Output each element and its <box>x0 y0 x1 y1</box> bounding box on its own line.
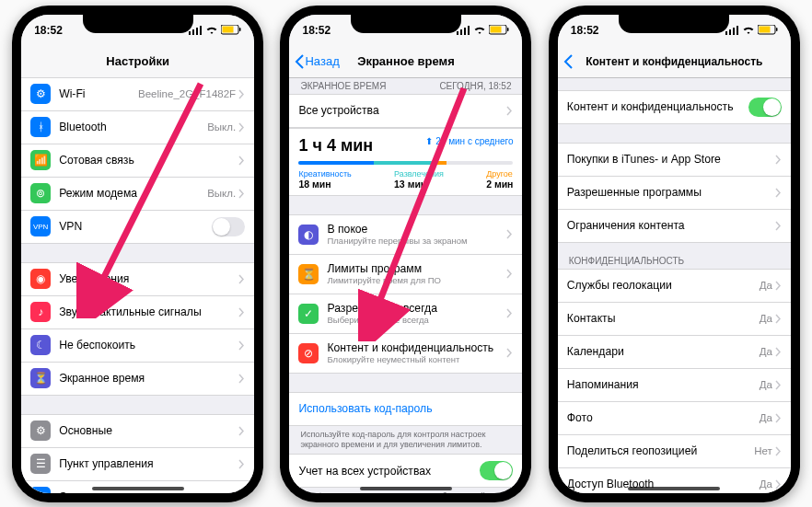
row-calendars[interactable]: КалендариДа <box>558 336 791 369</box>
row-downtime[interactable]: ◐В покоеПланируйте перерывы за экраном <box>289 214 522 255</box>
status-icons <box>725 25 778 35</box>
row-alldevices[interactable]: Все устройства <box>289 94 522 128</box>
moon-icon: ☾ <box>30 335 51 355</box>
row-contacts[interactable]: КонтактыДа <box>558 303 791 336</box>
row-wifi[interactable]: ⚙Wi-FiBeeline_2G_F1482F <box>21 77 254 111</box>
row-bluetooth[interactable]: ᚼBluetoothВыкл. <box>21 111 254 144</box>
page-title: Контент и конфиденциальность <box>586 55 762 68</box>
svg-rect-17 <box>729 29 731 35</box>
row-sounds[interactable]: ♪Звуки, тактильные сигналы <box>21 296 254 329</box>
settings-list[interactable]: ⚙Wi-FiBeeline_2G_F1482F ᚼBluetoothВыкл. … <box>21 77 254 493</box>
chevron-right-icon <box>506 269 513 279</box>
row-dnd[interactable]: ☾Не беспокоить <box>21 329 254 363</box>
row-content-toggle[interactable]: Контент и конфиденциальность <box>558 90 791 124</box>
svg-rect-11 <box>468 26 470 35</box>
avg-delta: ⬆ 24 мин с среднего <box>425 136 513 146</box>
clock: 18:52 <box>34 24 63 37</box>
usage-legend: Креативность18 мин Развлечения13 мин Дру… <box>298 169 513 190</box>
vpn-switch[interactable] <box>212 217 245 236</box>
notch <box>351 15 461 33</box>
speaker-icon: ♪ <box>30 302 51 322</box>
row-passcode[interactable]: Использовать код-пароль <box>289 392 522 426</box>
noentry-icon: ⊘ <box>298 343 319 363</box>
svg-rect-21 <box>759 27 770 33</box>
home-indicator[interactable] <box>92 487 184 490</box>
chevron-right-icon <box>238 340 245 351</box>
row-general[interactable]: ⚙Основные <box>21 414 254 448</box>
chevron-right-icon <box>775 155 782 165</box>
row-cellular[interactable]: 📶Сотовая связь <box>21 144 254 178</box>
row-sharedevices[interactable]: Учет на всех устройствах <box>289 454 522 488</box>
passcode-note: Используйте код-пароль для контроля наст… <box>289 426 522 455</box>
usage-summary[interactable]: 1 ч 4 мин ⬆ 24 мин с среднего Креативнос… <box>289 128 522 196</box>
navbar: Назад Экранное время <box>289 46 522 78</box>
downtime-icon: ◐ <box>298 225 319 245</box>
row-sharelocation[interactable]: Поделиться геопозициейНет <box>558 435 791 468</box>
sliders-icon: ☰ <box>30 454 51 474</box>
page-title: Настройки <box>106 54 169 68</box>
antenna-icon: 📶 <box>30 150 51 170</box>
brightness-icon: AA <box>30 487 51 493</box>
chevron-right-icon <box>238 122 245 133</box>
navbar: Настройки <box>21 46 254 78</box>
chevron-right-icon <box>775 314 782 324</box>
svg-rect-3 <box>200 26 202 35</box>
chevron-right-icon <box>238 189 245 199</box>
section-header: ЭКРАННОЕ ВРЕМЯСегодня, 18:52 <box>289 77 522 94</box>
svg-rect-1 <box>192 29 194 35</box>
battery-icon <box>221 25 241 35</box>
back-button[interactable]: Назад <box>295 54 339 69</box>
svg-rect-10 <box>464 28 466 35</box>
usage-bar <box>298 161 513 165</box>
home-indicator[interactable] <box>360 487 452 490</box>
row-vpn[interactable]: VPNVPN <box>21 211 254 244</box>
share-switch[interactable] <box>480 461 513 480</box>
svg-rect-22 <box>776 28 778 31</box>
row-hotspot[interactable]: ⊚Режим модемаВыкл. <box>21 178 254 211</box>
clock: 18:52 <box>571 24 599 37</box>
row-notifications[interactable]: ◉Уведомления <box>21 262 254 296</box>
svg-rect-5 <box>223 27 234 33</box>
content-switch[interactable] <box>748 98 782 117</box>
row-applimits[interactable]: ⏳Лимиты программЛимитируйте время для ПО <box>289 255 522 294</box>
chevron-right-icon <box>506 348 513 358</box>
phone-settings: 18:52 Настройки ⚙Wi-FiBeeline_2G_F1482F … <box>12 6 263 502</box>
wifi-icon <box>205 26 218 35</box>
chevron-right-icon <box>238 274 245 284</box>
back-button[interactable] <box>563 54 574 69</box>
row-restrictions[interactable]: Ограничения контента <box>558 210 791 243</box>
svg-rect-2 <box>196 28 198 35</box>
status-icons <box>457 25 509 35</box>
row-allowedapps[interactable]: Разрешенные программы <box>558 177 791 210</box>
bluetooth-icon: ᚼ <box>30 117 51 137</box>
phone-screentime: 18:52 Назад Экранное время ЭКРАННОЕ ВРЕМ… <box>280 6 531 502</box>
svg-rect-18 <box>733 28 735 35</box>
vpn-icon: VPN <box>30 216 51 236</box>
row-reminders[interactable]: НапоминанияДа <box>558 369 791 402</box>
row-alwaysallowed[interactable]: ✓Разрешенные всегдаВыберите нужное всегд… <box>289 294 522 334</box>
chevron-right-icon <box>506 308 513 318</box>
clock: 18:52 <box>302 24 331 37</box>
notch <box>619 15 729 33</box>
privacy-list[interactable]: Контент и конфиденциальность Покупки в i… <box>558 77 791 493</box>
total-time: 1 ч 4 мин <box>298 136 373 155</box>
chevron-right-icon <box>775 413 782 423</box>
row-screentime[interactable]: ⏳Экранное время <box>21 363 254 396</box>
chevron-right-icon <box>238 459 245 469</box>
chevron-right-icon <box>238 426 245 436</box>
hourglass-icon: ⏳ <box>30 368 51 388</box>
bell-icon: ◉ <box>30 269 51 289</box>
home-indicator[interactable] <box>628 487 720 490</box>
row-controlcenter[interactable]: ☰Пункт управления <box>21 448 254 481</box>
chevron-right-icon <box>238 89 245 99</box>
chevron-right-icon <box>506 229 513 239</box>
svg-rect-0 <box>189 31 191 35</box>
svg-rect-19 <box>737 26 738 35</box>
row-itunes[interactable]: Покупки в iTunes- и App Store <box>558 143 791 177</box>
row-content-privacy[interactable]: ⊘Контент и конфиденциальностьБлокируйте … <box>289 334 522 374</box>
row-photos[interactable]: ФотоДа <box>558 402 791 435</box>
navbar: Контент и конфиденциальность <box>558 46 791 78</box>
chevron-right-icon <box>775 221 782 231</box>
screentime-content[interactable]: ЭКРАННОЕ ВРЕМЯСегодня, 18:52 Все устройс… <box>289 77 522 493</box>
row-location[interactable]: Службы геолокацииДа <box>558 269 791 303</box>
